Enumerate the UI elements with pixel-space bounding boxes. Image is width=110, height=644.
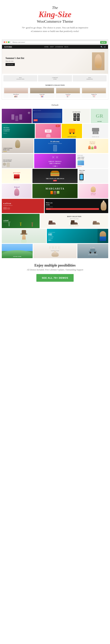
hero-subtitle: Shop the look (5, 60, 92, 62)
cart-icon: 🛒 (104, 46, 106, 48)
nav-home: HOME (44, 46, 49, 48)
hero-text: Summer's hot list Shop the look SHOP NOW (5, 57, 92, 66)
demo-hero-banner: Summer's hot list Shop the look SHOP NOW (2, 49, 108, 74)
thumb-great-things[interactable]: ✕ ✕ GREAT THINGSARE COMING (34, 154, 76, 168)
thumb-shoes[interactable]: BOOT COLLECTION BEST SELLERS (40, 214, 108, 228)
thumb-burger[interactable]: THE TASTE OF ARKANSAS HOT (32, 169, 77, 183)
header-section: The King-Size WooCommerce Theme 70+ good… (0, 0, 110, 37)
demo-navbar: XSTORE HOME SHOP LOOKBOOK BLOG 🔍 🛒 (2, 45, 108, 49)
thumb-wallton[interactable]: wallton INTERIOR DESIGN (2, 199, 44, 213)
browser-dots (4, 42, 9, 43)
nav-lookbook: LOOKBOOK (55, 46, 63, 48)
thumb-purple-fashion[interactable]: ✦ (2, 109, 32, 123)
thumb-free[interactable]: FREE FASHION STORE (33, 244, 77, 258)
thumb-christopher[interactable]: CHRISTOPHERBORLAND (2, 139, 33, 153)
demo-product-3: Long Dress $69.00 (55, 87, 81, 98)
demo-products-section: WOMEN'S COLLECTION White Blouse $49.00 C… (2, 83, 108, 99)
thumb-hat-woman[interactable] (2, 229, 46, 243)
demo-logo: XSTORE (4, 46, 12, 48)
footer-enjoy-subtitle: All Demos Included. Free Lifetime Update… (3, 268, 107, 271)
thumb-pink-sale[interactable]: 50% SALE (35, 124, 61, 138)
thumb-dark-gaming[interactable]: ▶ PLAY NOW HOT (32, 109, 62, 123)
women-collection-title: WOMEN'S COLLECTION (3, 84, 107, 86)
dot-yellow (6, 42, 7, 43)
thumb-row-8: cocktail DRINKS MENU BOOT (2, 214, 108, 228)
cat-new-collection: NEWCOLLECTION (3, 75, 37, 82)
thumb-he-theme[interactable]: COLLECTION HE MY STORESECTION (47, 229, 108, 243)
dot-green (8, 42, 9, 43)
cat-comfort-zone: COMFORTZONE (38, 75, 72, 82)
demo-product-1: White Blouse $49.00 (3, 87, 29, 98)
new-badge: NEW (100, 41, 107, 44)
product-2-price: $39.00 (30, 95, 54, 96)
thumb-row-9: COLLECTION HE MY STORESECTION (2, 229, 108, 243)
product-4-price: $29.00 (82, 95, 106, 96)
thumb-makes-trendy[interactable]: Makes youtrendy Shop Collection NEW IN (45, 199, 108, 213)
demo-default-label: Default (0, 102, 110, 108)
thumb-cocktail[interactable]: cocktail DRINKS MENU (2, 214, 40, 228)
footer-section: Enjoy multiple possibilities All Demos I… (0, 260, 110, 284)
demo-nav-icons: 🔍 🛒 (101, 46, 106, 48)
demo-product-2: Casual Skirt $39.00 (29, 87, 55, 98)
thumb-row-1: ✦ ▶ PLAY NOW HOT FLASH SALE 09 06 30 5 (2, 109, 108, 123)
thumb-row-4: VIEW BATHROOM COLLECTION ✕ ✕ GREAT THING… (2, 154, 108, 168)
product-3-image (56, 88, 80, 93)
great-things-text: GREAT THINGSARE COMING (48, 160, 62, 164)
thumb-row-7: wallton INTERIOR DESIGN Makes youtrendy … (2, 199, 108, 213)
thumb-row-10: NATURE STORE FREE FASHION STORE CARS (2, 244, 108, 258)
hero-title: Summer's hot list (5, 57, 92, 60)
cat-new-horizons: NEWHORIZONS (73, 75, 107, 82)
thumb-its-screen[interactable]: It's all screen. The purest innovation o… (34, 139, 76, 153)
thumb-row-2: ★★★★★ THE BESTCLEANINGCOMPANY About us 5… (2, 124, 108, 138)
browser-url: 8theme.com/xstore/ (10, 41, 106, 44)
product-2-image (30, 88, 54, 93)
thumb-powerpot[interactable]: powerpot SHOP NOW → (2, 169, 32, 183)
search-icon: 🔍 (101, 46, 103, 48)
header-the: The (7, 5, 103, 10)
thumb-countdown[interactable]: FLASH SALE 09 06 30 53 (63, 109, 90, 123)
thumb-yellow-delivery[interactable]: FREE DELIVERY (62, 124, 82, 138)
thumbnails-section: ✦ ▶ PLAY NOW HOT FLASH SALE 09 06 30 5 (0, 108, 110, 260)
thumb-bathroom[interactable]: VIEW BATHROOM COLLECTION (2, 154, 33, 168)
demo-categories: NEWCOLLECTION COMFORTZONE NEWHORIZONS (2, 74, 108, 83)
thumb-green-x[interactable]: GR NATURE (91, 109, 108, 123)
product-1-image (4, 88, 28, 93)
product-4-image (82, 88, 106, 93)
thumb-azure-chair[interactable]: FEATURED Azure VelvetHome Chair $299.00 (77, 154, 108, 168)
hero-model-image (92, 52, 105, 70)
thumb-row-5: powerpot SHOP NOW → THE TASTE OF ARKANSA… (2, 169, 108, 183)
main-demo-screenshot: NEW 8theme.com/xstore/ XSTORE HOME SHOP … (2, 40, 108, 100)
thumb-more-phone[interactable]: More thana phone See all → (78, 169, 108, 183)
hero-cta-button[interactable]: SHOP NOW (5, 63, 15, 66)
header-subtitle: WooCommerce Theme (7, 19, 103, 24)
nav-blog: BLOG (65, 46, 68, 48)
thumb-row-6: Relaxed MARGARITA (2, 184, 108, 198)
demo-products-grid: White Blouse $49.00 Casual Skirt $39.00 (3, 87, 107, 98)
nav-shop: SHOP (50, 46, 53, 48)
thumb-floral[interactable]: The FloralCollection (77, 139, 108, 153)
demo-nav-links: HOME SHOP LOOKBOOK BLOG (44, 46, 68, 48)
thumb-cars[interactable]: CARS AUTO PARTS SHOP (77, 244, 108, 258)
thumb-relaxed[interactable]: Relaxed (2, 184, 32, 198)
thumb-row-3: CHRISTOPHERBORLAND It's all screen. The … (2, 139, 108, 153)
header-kingsize: King-Size (7, 10, 103, 19)
thumb-margarita[interactable]: MARGARITA (32, 184, 77, 198)
thumb-mask-beauty[interactable]: Thank youfor review (78, 184, 108, 198)
thumb-cleaning[interactable]: ★★★★★ THE BESTCLEANINGCOMPANY About us (2, 124, 35, 138)
browser-bar: 8theme.com/xstore/ (2, 40, 108, 45)
header-description: 70+ good to go shops. The choice is your… (21, 26, 89, 34)
thumb-gray-chair[interactable]: HOME DECOR (83, 124, 108, 138)
demo-product-4: Summer Top $29.00 (81, 87, 107, 98)
see-all-demos-button[interactable]: SEE ALL 70+ DEMOS (36, 274, 73, 282)
product-1-price: $49.00 (4, 95, 28, 96)
footer-enjoy-title: Enjoy multiple possibilities (3, 263, 107, 268)
product-3-price: $69.00 (56, 95, 80, 96)
dot-red (4, 42, 5, 43)
thumb-landscape[interactable]: NATURE STORE (2, 244, 33, 258)
